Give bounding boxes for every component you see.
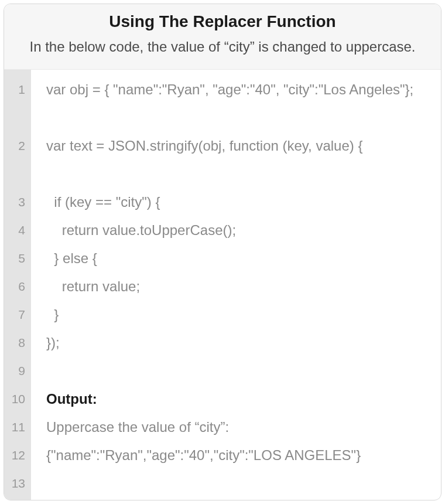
output-label-text: Output: xyxy=(46,391,97,407)
code-area: 1 2 3 4 5 6 7 8 9 10 11 12 13 14 var obj… xyxy=(4,70,441,500)
line-number: 3 xyxy=(4,160,31,216)
code-line: }); xyxy=(46,329,430,357)
code-line: var text = JSON.stringify(obj, function … xyxy=(46,132,430,188)
card-header: Using The Replacer Function In the below… xyxy=(4,4,441,70)
line-number: 4 xyxy=(4,216,31,244)
card-subtitle: In the below code, the value of “city” i… xyxy=(18,36,427,57)
code-line: return value.toUpperCase(); xyxy=(46,216,430,244)
code-line: } else { xyxy=(46,244,430,273)
code-line: if (key == "city") { xyxy=(46,188,430,216)
card-title: Using The Replacer Function xyxy=(18,12,427,31)
line-number: 14 xyxy=(4,498,31,500)
code-example-card: Using The Replacer Function In the below… xyxy=(4,4,441,500)
code-line: Uppercase the value of “city”: xyxy=(46,413,430,441)
code-content: var obj = { "name":"Ryan", "age":"40", "… xyxy=(31,70,441,500)
line-number-gutter: 1 2 3 4 5 6 7 8 9 10 11 12 13 14 xyxy=(4,70,31,500)
line-number: 2 xyxy=(4,104,31,160)
code-line: return value; xyxy=(46,273,430,301)
line-number: 9 xyxy=(4,357,31,385)
line-number: 13 xyxy=(4,469,31,498)
code-line: var obj = { "name":"Ryan", "age":"40", "… xyxy=(46,76,430,132)
code-line: } xyxy=(46,301,430,329)
line-number: 11 xyxy=(4,413,31,441)
code-line xyxy=(46,469,430,498)
code-line xyxy=(46,357,430,385)
code-line xyxy=(46,498,430,500)
line-number: 10 xyxy=(4,385,31,413)
line-number: 7 xyxy=(4,301,31,329)
output-label: Output: xyxy=(46,385,430,413)
code-line: {"name":"Ryan","age":"40","city":"LOS AN… xyxy=(46,441,430,469)
line-number: 1 xyxy=(4,76,31,104)
line-number: 5 xyxy=(4,244,31,273)
line-number: 12 xyxy=(4,441,31,469)
line-number: 6 xyxy=(4,273,31,301)
line-number: 8 xyxy=(4,329,31,357)
